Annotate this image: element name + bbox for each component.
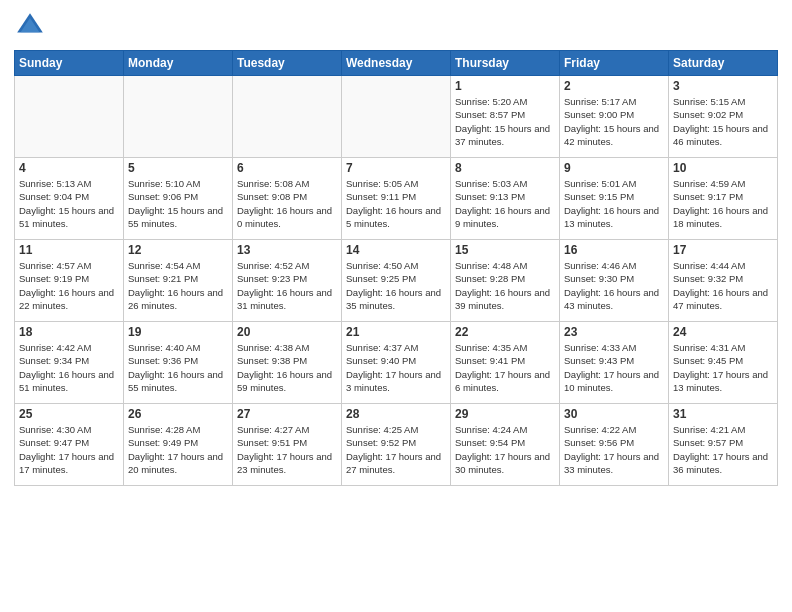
day-info: Sunrise: 5:01 AM Sunset: 9:15 PM Dayligh… bbox=[564, 177, 664, 230]
calendar-cell: 29Sunrise: 4:24 AM Sunset: 9:54 PM Dayli… bbox=[451, 404, 560, 486]
day-info: Sunrise: 4:46 AM Sunset: 9:30 PM Dayligh… bbox=[564, 259, 664, 312]
day-info: Sunrise: 4:48 AM Sunset: 9:28 PM Dayligh… bbox=[455, 259, 555, 312]
day-number: 2 bbox=[564, 79, 664, 93]
calendar-cell: 9Sunrise: 5:01 AM Sunset: 9:15 PM Daylig… bbox=[560, 158, 669, 240]
day-info: Sunrise: 4:28 AM Sunset: 9:49 PM Dayligh… bbox=[128, 423, 228, 476]
calendar-cell bbox=[233, 76, 342, 158]
day-number: 16 bbox=[564, 243, 664, 257]
day-number: 18 bbox=[19, 325, 119, 339]
calendar-cell: 26Sunrise: 4:28 AM Sunset: 9:49 PM Dayli… bbox=[124, 404, 233, 486]
weekday-header-friday: Friday bbox=[560, 51, 669, 76]
day-info: Sunrise: 4:24 AM Sunset: 9:54 PM Dayligh… bbox=[455, 423, 555, 476]
day-info: Sunrise: 4:35 AM Sunset: 9:41 PM Dayligh… bbox=[455, 341, 555, 394]
day-info: Sunrise: 5:15 AM Sunset: 9:02 PM Dayligh… bbox=[673, 95, 773, 148]
day-info: Sunrise: 4:44 AM Sunset: 9:32 PM Dayligh… bbox=[673, 259, 773, 312]
calendar-week-row: 18Sunrise: 4:42 AM Sunset: 9:34 PM Dayli… bbox=[15, 322, 778, 404]
day-number: 4 bbox=[19, 161, 119, 175]
day-number: 29 bbox=[455, 407, 555, 421]
day-number: 10 bbox=[673, 161, 773, 175]
day-number: 7 bbox=[346, 161, 446, 175]
logo-icon bbox=[14, 10, 46, 42]
calendar-cell: 3Sunrise: 5:15 AM Sunset: 9:02 PM Daylig… bbox=[669, 76, 778, 158]
calendar-cell: 6Sunrise: 5:08 AM Sunset: 9:08 PM Daylig… bbox=[233, 158, 342, 240]
day-info: Sunrise: 4:33 AM Sunset: 9:43 PM Dayligh… bbox=[564, 341, 664, 394]
calendar-cell: 2Sunrise: 5:17 AM Sunset: 9:00 PM Daylig… bbox=[560, 76, 669, 158]
weekday-header-thursday: Thursday bbox=[451, 51, 560, 76]
day-number: 17 bbox=[673, 243, 773, 257]
day-info: Sunrise: 5:08 AM Sunset: 9:08 PM Dayligh… bbox=[237, 177, 337, 230]
day-info: Sunrise: 4:21 AM Sunset: 9:57 PM Dayligh… bbox=[673, 423, 773, 476]
calendar-cell: 4Sunrise: 5:13 AM Sunset: 9:04 PM Daylig… bbox=[15, 158, 124, 240]
calendar-cell: 22Sunrise: 4:35 AM Sunset: 9:41 PM Dayli… bbox=[451, 322, 560, 404]
calendar-cell: 5Sunrise: 5:10 AM Sunset: 9:06 PM Daylig… bbox=[124, 158, 233, 240]
day-number: 8 bbox=[455, 161, 555, 175]
day-info: Sunrise: 4:38 AM Sunset: 9:38 PM Dayligh… bbox=[237, 341, 337, 394]
day-number: 24 bbox=[673, 325, 773, 339]
calendar-week-row: 11Sunrise: 4:57 AM Sunset: 9:19 PM Dayli… bbox=[15, 240, 778, 322]
calendar-cell: 20Sunrise: 4:38 AM Sunset: 9:38 PM Dayli… bbox=[233, 322, 342, 404]
day-number: 27 bbox=[237, 407, 337, 421]
calendar-cell: 8Sunrise: 5:03 AM Sunset: 9:13 PM Daylig… bbox=[451, 158, 560, 240]
day-info: Sunrise: 4:50 AM Sunset: 9:25 PM Dayligh… bbox=[346, 259, 446, 312]
calendar-cell: 14Sunrise: 4:50 AM Sunset: 9:25 PM Dayli… bbox=[342, 240, 451, 322]
day-info: Sunrise: 5:17 AM Sunset: 9:00 PM Dayligh… bbox=[564, 95, 664, 148]
day-number: 23 bbox=[564, 325, 664, 339]
calendar-cell: 24Sunrise: 4:31 AM Sunset: 9:45 PM Dayli… bbox=[669, 322, 778, 404]
day-number: 1 bbox=[455, 79, 555, 93]
day-info: Sunrise: 4:25 AM Sunset: 9:52 PM Dayligh… bbox=[346, 423, 446, 476]
calendar-cell: 15Sunrise: 4:48 AM Sunset: 9:28 PM Dayli… bbox=[451, 240, 560, 322]
day-number: 22 bbox=[455, 325, 555, 339]
day-number: 9 bbox=[564, 161, 664, 175]
day-info: Sunrise: 4:59 AM Sunset: 9:17 PM Dayligh… bbox=[673, 177, 773, 230]
day-info: Sunrise: 5:10 AM Sunset: 9:06 PM Dayligh… bbox=[128, 177, 228, 230]
calendar-cell: 31Sunrise: 4:21 AM Sunset: 9:57 PM Dayli… bbox=[669, 404, 778, 486]
day-number: 25 bbox=[19, 407, 119, 421]
weekday-header-wednesday: Wednesday bbox=[342, 51, 451, 76]
calendar-cell: 16Sunrise: 4:46 AM Sunset: 9:30 PM Dayli… bbox=[560, 240, 669, 322]
day-number: 21 bbox=[346, 325, 446, 339]
day-info: Sunrise: 5:20 AM Sunset: 8:57 PM Dayligh… bbox=[455, 95, 555, 148]
day-info: Sunrise: 4:52 AM Sunset: 9:23 PM Dayligh… bbox=[237, 259, 337, 312]
calendar-cell: 25Sunrise: 4:30 AM Sunset: 9:47 PM Dayli… bbox=[15, 404, 124, 486]
calendar-cell: 1Sunrise: 5:20 AM Sunset: 8:57 PM Daylig… bbox=[451, 76, 560, 158]
calendar-cell bbox=[15, 76, 124, 158]
calendar-week-row: 1Sunrise: 5:20 AM Sunset: 8:57 PM Daylig… bbox=[15, 76, 778, 158]
day-info: Sunrise: 4:31 AM Sunset: 9:45 PM Dayligh… bbox=[673, 341, 773, 394]
calendar-cell: 28Sunrise: 4:25 AM Sunset: 9:52 PM Dayli… bbox=[342, 404, 451, 486]
day-number: 30 bbox=[564, 407, 664, 421]
logo bbox=[14, 10, 48, 42]
calendar-cell: 21Sunrise: 4:37 AM Sunset: 9:40 PM Dayli… bbox=[342, 322, 451, 404]
day-info: Sunrise: 4:30 AM Sunset: 9:47 PM Dayligh… bbox=[19, 423, 119, 476]
calendar-cell: 12Sunrise: 4:54 AM Sunset: 9:21 PM Dayli… bbox=[124, 240, 233, 322]
day-info: Sunrise: 5:03 AM Sunset: 9:13 PM Dayligh… bbox=[455, 177, 555, 230]
day-info: Sunrise: 4:22 AM Sunset: 9:56 PM Dayligh… bbox=[564, 423, 664, 476]
day-number: 15 bbox=[455, 243, 555, 257]
calendar-cell: 10Sunrise: 4:59 AM Sunset: 9:17 PM Dayli… bbox=[669, 158, 778, 240]
calendar-cell: 13Sunrise: 4:52 AM Sunset: 9:23 PM Dayli… bbox=[233, 240, 342, 322]
weekday-header-saturday: Saturday bbox=[669, 51, 778, 76]
day-info: Sunrise: 4:40 AM Sunset: 9:36 PM Dayligh… bbox=[128, 341, 228, 394]
day-info: Sunrise: 4:57 AM Sunset: 9:19 PM Dayligh… bbox=[19, 259, 119, 312]
calendar-cell: 23Sunrise: 4:33 AM Sunset: 9:43 PM Dayli… bbox=[560, 322, 669, 404]
day-number: 28 bbox=[346, 407, 446, 421]
weekday-header-row: SundayMondayTuesdayWednesdayThursdayFrid… bbox=[15, 51, 778, 76]
day-number: 11 bbox=[19, 243, 119, 257]
day-info: Sunrise: 4:37 AM Sunset: 9:40 PM Dayligh… bbox=[346, 341, 446, 394]
day-info: Sunrise: 4:27 AM Sunset: 9:51 PM Dayligh… bbox=[237, 423, 337, 476]
day-number: 31 bbox=[673, 407, 773, 421]
day-info: Sunrise: 5:13 AM Sunset: 9:04 PM Dayligh… bbox=[19, 177, 119, 230]
day-number: 20 bbox=[237, 325, 337, 339]
day-number: 26 bbox=[128, 407, 228, 421]
day-number: 3 bbox=[673, 79, 773, 93]
day-number: 6 bbox=[237, 161, 337, 175]
day-number: 14 bbox=[346, 243, 446, 257]
weekday-header-tuesday: Tuesday bbox=[233, 51, 342, 76]
calendar-cell: 17Sunrise: 4:44 AM Sunset: 9:32 PM Dayli… bbox=[669, 240, 778, 322]
calendar-cell: 19Sunrise: 4:40 AM Sunset: 9:36 PM Dayli… bbox=[124, 322, 233, 404]
day-number: 19 bbox=[128, 325, 228, 339]
calendar-cell: 30Sunrise: 4:22 AM Sunset: 9:56 PM Dayli… bbox=[560, 404, 669, 486]
calendar-week-row: 4Sunrise: 5:13 AM Sunset: 9:04 PM Daylig… bbox=[15, 158, 778, 240]
calendar-cell: 18Sunrise: 4:42 AM Sunset: 9:34 PM Dayli… bbox=[15, 322, 124, 404]
day-number: 12 bbox=[128, 243, 228, 257]
day-number: 13 bbox=[237, 243, 337, 257]
